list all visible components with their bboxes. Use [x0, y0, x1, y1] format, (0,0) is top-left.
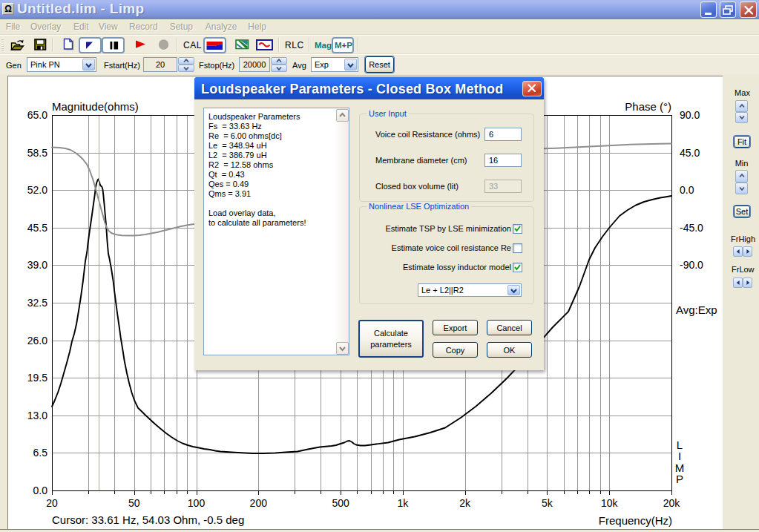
svg-text:0.0: 0.0 [33, 485, 48, 496]
svg-text:5k: 5k [542, 497, 553, 509]
svg-text:200: 200 [250, 497, 268, 509]
svg-text:0.0: 0.0 [680, 184, 694, 196]
svg-text:13.0: 13.0 [27, 410, 47, 421]
svg-text:32.5: 32.5 [27, 297, 47, 309]
svg-text:Avg:Exp: Avg:Exp [676, 303, 717, 316]
svg-text:P: P [676, 473, 683, 485]
svg-text:50: 50 [128, 497, 140, 509]
svg-text:65.0: 65.0 [27, 109, 47, 121]
svg-text:1k: 1k [398, 497, 410, 509]
svg-text:-90.0: -90.0 [680, 259, 703, 271]
svg-text:Magnitude(ohms): Magnitude(ohms) [52, 100, 139, 113]
svg-text:19.5: 19.5 [27, 372, 47, 384]
svg-text:20k: 20k [663, 497, 681, 509]
svg-text:10k: 10k [601, 497, 619, 509]
svg-text:-45.0: -45.0 [680, 222, 703, 234]
svg-text:90.0: 90.0 [680, 109, 700, 121]
svg-text:39.0: 39.0 [27, 259, 47, 271]
svg-text:Cursor: 33.61 Hz, 54.03 Ohm, -: Cursor: 33.61 Hz, 54.03 Ohm, -0.5 deg [52, 513, 244, 526]
svg-text:2k: 2k [459, 497, 471, 509]
svg-text:45.0: 45.0 [680, 147, 700, 159]
svg-text:58.5: 58.5 [27, 147, 47, 159]
svg-text:500: 500 [332, 497, 349, 509]
svg-text:20: 20 [46, 497, 58, 509]
svg-text:Phase (°): Phase (°) [625, 100, 671, 113]
svg-text:45.5: 45.5 [27, 222, 47, 234]
svg-text:6.5: 6.5 [33, 447, 48, 459]
svg-text:52.0: 52.0 [27, 184, 47, 196]
svg-text:100: 100 [188, 497, 206, 509]
svg-text:Frequency(Hz): Frequency(Hz) [599, 514, 672, 527]
svg-text:26.0: 26.0 [27, 335, 47, 347]
